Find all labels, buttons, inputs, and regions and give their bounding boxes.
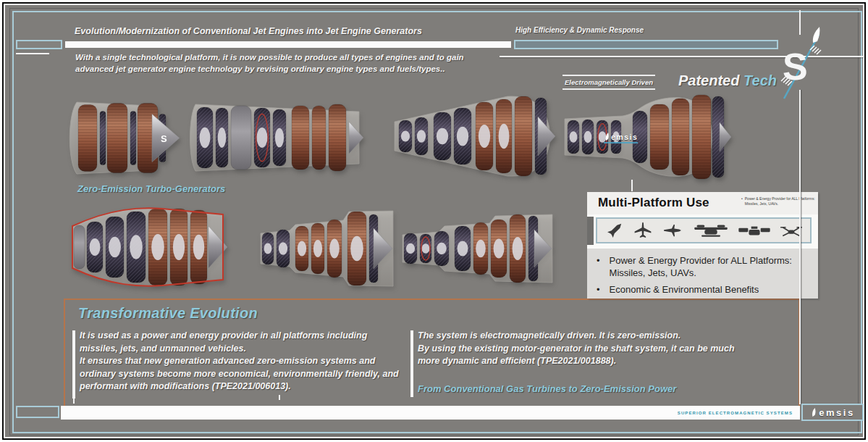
subtitle-line-1: With a single technological platform, it…: [75, 51, 464, 63]
footer-decorative-box: [16, 406, 59, 418]
bullet2-text: Economic & Environmental Benefits: [610, 284, 759, 296]
electromagnetically-driven-label: Electromagnetically Driven: [562, 75, 655, 90]
logo-letter: S: [783, 46, 808, 88]
crosshair-vertical: [799, 90, 801, 404]
company-name: SUPERIOR ELECTROMAGNETIC SYSTEMS: [678, 411, 793, 415]
engine-brand-text: emsis: [611, 133, 638, 141]
rocket-icon: [813, 27, 820, 43]
patented-tech-heading: Patented Tech: [678, 72, 777, 89]
subtitle: With a single technological platform, it…: [75, 51, 464, 75]
subtitle-line-2: advanced jet generator engine technology…: [75, 63, 464, 75]
bullet1-line-2: Missiles, Jets, UAVs.: [610, 267, 792, 280]
footer-bar: SUPERIOR ELECTROMAGNETIC SYSTEMS: [61, 406, 800, 420]
left-paragraph: It is used as a power and energy provide…: [80, 330, 399, 393]
platform-icon-band: [587, 214, 818, 249]
slide: Evolution/Modernization of Conventional …: [0, 0, 868, 442]
engine-render-2: [187, 101, 366, 174]
corner-note-line-1: Power & Energy Provider for ALL Platform…: [745, 196, 815, 201]
paragraph-bar-right: [410, 330, 413, 397]
rule-segment-left: [16, 53, 49, 54]
patented-word: Patented: [678, 72, 739, 88]
header-rule-teal: [514, 40, 778, 49]
bullet-item-2: • Economic & Environmental Benefits: [597, 284, 818, 296]
engine-render-4: emsis: [562, 93, 733, 181]
icon-band-notch: [587, 217, 594, 245]
crosshair-tick: [631, 180, 633, 191]
bullet-dot: •: [597, 255, 600, 279]
multi-platform-header: Multi-Platform Use • Power & Energy Prov…: [587, 192, 818, 214]
header-rule-white: [65, 41, 511, 48]
crosshair-tick: [279, 395, 280, 400]
airliner-icon: [633, 221, 652, 240]
badge-underline: [604, 142, 638, 143]
engine-render-6: [258, 209, 397, 288]
hybrid-uav-icon: [738, 221, 770, 240]
bullet-dot: •: [741, 196, 743, 206]
zero-emission-label: Zero-Emission Turbo-Generators: [77, 183, 225, 194]
rocket-icon: [810, 408, 817, 417]
multi-platform-box: Multi-Platform Use • Power & Energy Prov…: [587, 192, 818, 299]
bullet-item-1: • Power & Energy Provider for ALL Platfo…: [597, 255, 818, 279]
svg-text:S: S: [161, 133, 167, 144]
crosshair-tick: [73, 395, 75, 404]
missile-icon: [605, 221, 624, 240]
right-paragraph: The system is electromagnetically driven…: [418, 330, 735, 368]
bullet-dot: •: [597, 284, 600, 296]
paragraph-bar-left: [72, 330, 75, 399]
evtol-uav-icon: [693, 221, 729, 240]
company-logo: S: [775, 26, 829, 101]
footer-logo-text: emsis: [819, 407, 854, 418]
page-title: Evolution/Modernization of Conventional …: [75, 26, 422, 36]
multi-platform-bullets: • Power & Energy Provider for ALL Platfo…: [587, 249, 818, 299]
engine-render-7: [400, 212, 556, 285]
rocket-icon: [604, 133, 610, 141]
fighter-jet-icon: [662, 221, 683, 240]
tagline: High Efficiency & Dynamic Response: [515, 26, 644, 34]
decorative-box-left: [16, 40, 62, 49]
tech-word: Tech: [743, 72, 777, 88]
engine-brand-badge: emsis: [604, 133, 638, 143]
engine-render-1: S: [65, 100, 181, 176]
platform-icon-strip: [596, 217, 812, 243]
engine-render-3: [393, 93, 557, 180]
footer-logo-box: emsis: [801, 404, 864, 421]
bullet1-line-1: Power & Energy Provider for ALL Platform…: [610, 255, 792, 267]
engine-render-5-red-outline: [68, 204, 230, 290]
corner-note-line-2: Missiles, Jets, UAVs.: [745, 201, 815, 207]
corner-note: • Power & Energy Provider for ALL Platfo…: [741, 196, 815, 206]
